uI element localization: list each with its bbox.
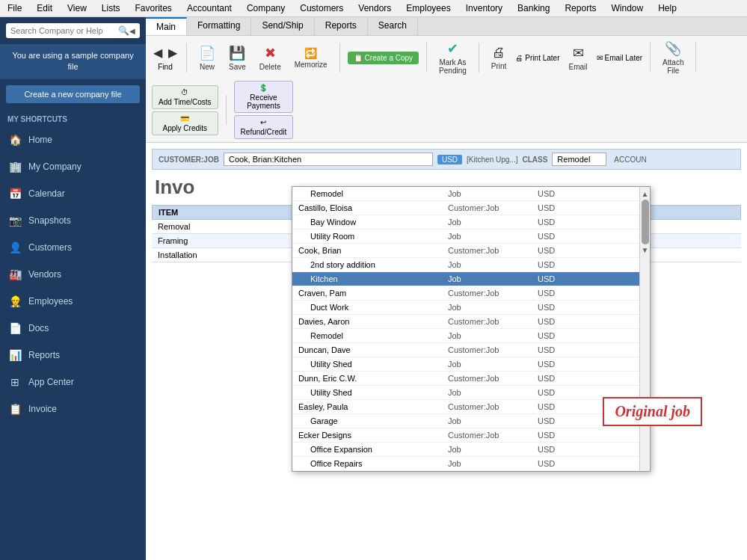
menu-accountant[interactable]: Accountant: [184, 1, 235, 15]
arrow-icon[interactable]: ◀: [129, 27, 135, 35]
copy-icon: 📋: [354, 54, 363, 62]
menu-banking[interactable]: Banking: [514, 1, 553, 15]
list-item[interactable]: Duct WorkJobUSD: [292, 301, 650, 315]
sidebar-item-invoice[interactable]: 📋 Invoice: [0, 396, 146, 422]
tab-main[interactable]: Main: [146, 17, 187, 35]
list-item[interactable]: Bay WindowJobUSD: [292, 215, 650, 230]
menu-edit[interactable]: Edit: [34, 1, 55, 15]
list-item[interactable]: KitchenJobUSD: [292, 272, 650, 286]
search-icon[interactable]: 🔍: [118, 25, 129, 36]
menu-view[interactable]: View: [64, 1, 90, 15]
scroll-down-arrow[interactable]: ▼: [642, 246, 649, 254]
dropdown-scrollbar[interactable]: ▲ ▼: [639, 187, 650, 471]
class-dropdown[interactable]: Remodel: [552, 153, 606, 166]
dropdown-item-type: Job: [448, 189, 538, 198]
list-item[interactable]: GarageJobUSD: [292, 414, 650, 428]
list-item[interactable]: Davies, AaronCustomer:JobUSD: [292, 315, 650, 329]
sidebar-label-snapshots: Snapshots: [28, 215, 71, 226]
dropdown-item-type: Job: [448, 445, 538, 454]
mark-as-pending-button[interactable]: ✔ Mark AsPending: [434, 39, 471, 76]
refund-credit-button[interactable]: ↩ Refund/Credit: [234, 115, 294, 139]
create-company-button[interactable]: Create a new company file: [6, 85, 140, 103]
dropdown-item-currency: USD: [538, 232, 582, 241]
list-item[interactable]: Utility RoomJobUSD: [292, 230, 650, 244]
list-item[interactable]: Duncan, DaveCustomer:JobUSD: [292, 343, 650, 357]
print-later-button[interactable]: 🖨 Print Later: [515, 54, 559, 62]
list-item[interactable]: Cook, BrianCustomer:JobUSD: [292, 244, 650, 258]
new-button[interactable]: 📄 New: [194, 43, 220, 73]
apply-credits-button[interactable]: 💳 Apply Credits: [152, 111, 218, 135]
credits-icon: 💳: [180, 114, 189, 123]
menu-bar: File Edit View Lists Favorites Accountan…: [0, 0, 747, 17]
dropdown-item-name: Bay Window: [298, 218, 448, 227]
tab-reports[interactable]: Reports: [315, 17, 368, 35]
list-item[interactable]: RemodelJobUSD: [292, 329, 650, 343]
dropdown-item-type: Customer:Job: [448, 402, 538, 411]
tab-send-ship[interactable]: Send/Ship: [251, 17, 314, 35]
sidebar-item-vendors[interactable]: 🏭 Vendors: [0, 261, 146, 288]
dropdown-item-currency: USD: [538, 203, 582, 212]
dropdown-item-currency: USD: [538, 260, 582, 269]
add-time-costs-button[interactable]: ⏱ Add Time/Costs: [152, 85, 218, 109]
menu-inventory[interactable]: Inventory: [463, 1, 505, 15]
email-later-button[interactable]: ✉ Email Later: [597, 54, 643, 62]
list-item[interactable]: Easley, PaulaCustomer:JobUSD: [292, 400, 650, 414]
customer-job-input[interactable]: [224, 153, 433, 166]
tab-search[interactable]: Search: [368, 17, 418, 35]
delete-button[interactable]: ✖ Delete: [255, 43, 286, 73]
dropdown-item-currency: USD: [538, 303, 582, 312]
menu-favorites[interactable]: Favorites: [132, 1, 175, 15]
forward-button[interactable]: ▶: [167, 44, 179, 61]
dropdown-item-currency: USD: [538, 331, 582, 340]
save-button[interactable]: 💾 Save: [224, 43, 250, 73]
sidebar-item-customers[interactable]: 👤 Customers: [0, 234, 146, 261]
scroll-up-arrow[interactable]: ▲: [642, 190, 649, 198]
list-item[interactable]: RemodelJobUSD: [292, 187, 650, 201]
print-button[interactable]: 🖨 Print: [487, 43, 511, 72]
sidebar-item-snapshots[interactable]: 📷 Snapshots: [0, 207, 146, 234]
menu-reports[interactable]: Reports: [562, 1, 599, 15]
list-item[interactable]: Dunn, Eric C.W.Customer:JobUSD: [292, 372, 650, 386]
back-button[interactable]: ◀: [152, 44, 164, 61]
menu-window[interactable]: Window: [608, 1, 646, 15]
receive-payments-button[interactable]: 💲 ReceivePayments: [234, 81, 294, 113]
menu-help[interactable]: Help: [655, 1, 680, 15]
menu-company[interactable]: Company: [244, 1, 288, 15]
list-item[interactable]: Craven, PamCustomer:JobUSD: [292, 286, 650, 301]
dropdown-item-type: Customer:Job: [448, 317, 538, 326]
list-item[interactable]: Utility ShedJobUSD: [292, 386, 650, 400]
list-item[interactable]: Castillo, EloisaCustomer:JobUSD: [292, 201, 650, 215]
create-copy-button[interactable]: 📋 Create a Copy: [348, 52, 419, 64]
list-item[interactable]: Utility ShedJobUSD: [292, 357, 650, 372]
scrollbar-thumb[interactable]: [642, 200, 649, 244]
attach-file-button[interactable]: 📎 AttachFile: [658, 39, 688, 76]
email-icon: ✉: [573, 45, 584, 61]
sidebar-item-docs[interactable]: 📄 Docs: [0, 315, 146, 342]
sidebar-item-reports[interactable]: 📊 Reports: [0, 342, 146, 369]
search-box[interactable]: 🔍 ◀: [6, 23, 140, 38]
memorize-button[interactable]: 🔁 Memorize: [290, 46, 332, 70]
tab-formatting[interactable]: Formatting: [187, 17, 251, 35]
menu-file[interactable]: File: [4, 1, 25, 15]
sidebar-item-calendar[interactable]: 📅 Calendar: [0, 180, 146, 207]
dropdown-item-currency: USD: [538, 388, 582, 397]
menu-employees[interactable]: Employees: [403, 1, 453, 15]
list-item[interactable]: 2nd story additionJobUSD: [292, 258, 650, 272]
list-item[interactable]: Ecker DesignsCustomer:JobUSD: [292, 428, 650, 443]
email-button[interactable]: ✉ Email: [565, 43, 592, 73]
sidebar-item-employees[interactable]: 👷 Employees: [0, 288, 146, 315]
sidebar-item-my-company[interactable]: 🏢 My Company: [0, 153, 146, 180]
dropdown-item-currency: USD: [538, 445, 582, 454]
list-item[interactable]: Office RepairsJobUSD: [292, 457, 650, 471]
menu-vendors[interactable]: Vendors: [355, 1, 394, 15]
list-item[interactable]: Office ExpansionJobUSD: [292, 443, 650, 457]
dropdown-item-currency: USD: [538, 274, 582, 283]
sidebar-item-app-center[interactable]: ⊞ App Center: [0, 369, 146, 396]
menu-lists[interactable]: Lists: [99, 1, 123, 15]
dropdown-item-type: Customer:Job: [448, 246, 538, 255]
sidebar-label-vendors: Vendors: [28, 269, 61, 280]
sidebar-item-home[interactable]: 🏠 Home: [0, 126, 146, 153]
search-input[interactable]: [10, 26, 118, 35]
menu-customers[interactable]: Customers: [297, 1, 346, 15]
dropdown-item-name: Ecker Designs: [298, 431, 448, 440]
